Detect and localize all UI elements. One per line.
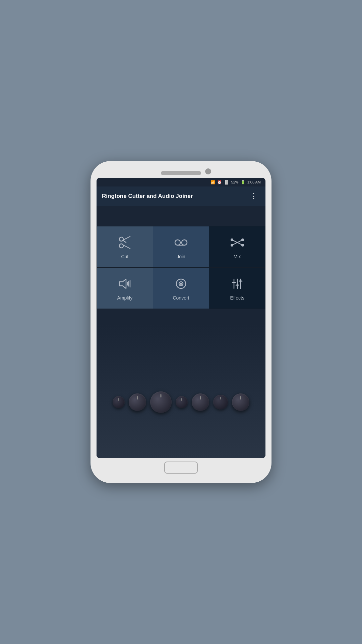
knob-group-4 bbox=[176, 396, 188, 408]
app-bar: Ringtone Cutter and Audio Joiner ⋮ bbox=[97, 186, 265, 206]
scissors-icon bbox=[117, 234, 133, 251]
effects-icon bbox=[229, 276, 245, 292]
battery-icon: 🔋 bbox=[241, 180, 245, 184]
mixer-visual bbox=[97, 309, 265, 458]
voicemail-icon bbox=[173, 234, 189, 251]
svg-point-12 bbox=[231, 244, 233, 246]
phone-screen: 📶 ⏰ ▐▌ 52% 🔋 1:06 AM Ringtone Cutter and… bbox=[97, 178, 265, 458]
mix-button[interactable]: Mix bbox=[209, 226, 265, 268]
knob-group-1 bbox=[113, 396, 125, 408]
convert-button[interactable]: Convert bbox=[153, 268, 209, 309]
alarm-icon: ⏰ bbox=[217, 180, 222, 184]
svg-line-4 bbox=[123, 240, 126, 243]
bluetooth-icon: 📶 bbox=[210, 180, 215, 184]
amplify-button[interactable]: Amplify bbox=[97, 268, 153, 309]
mix-label: Mix bbox=[234, 254, 241, 259]
knob-large-3 bbox=[192, 393, 209, 411]
mixer-board bbox=[97, 346, 265, 458]
phone-device: 📶 ⏰ ▐▌ 52% 🔋 1:06 AM Ringtone Cutter and… bbox=[90, 161, 272, 483]
status-bar: 📶 ⏰ ▐▌ 52% 🔋 1:06 AM bbox=[97, 178, 265, 186]
phone-speaker bbox=[161, 171, 201, 175]
time-display: 1:06 AM bbox=[247, 180, 261, 184]
battery-percent: 52% bbox=[231, 180, 239, 184]
svg-point-11 bbox=[242, 244, 244, 246]
knob-large-4 bbox=[232, 393, 249, 411]
amplify-icon bbox=[117, 276, 133, 292]
knob-large-2 bbox=[150, 391, 172, 413]
phone-camera bbox=[205, 168, 211, 174]
app-title: Ringtone Cutter and Audio Joiner bbox=[102, 193, 247, 200]
svg-point-6 bbox=[182, 240, 187, 245]
mix-icon bbox=[229, 234, 245, 251]
knob-large-1 bbox=[129, 393, 146, 411]
knob-group-6 bbox=[213, 395, 228, 410]
svg-line-2 bbox=[123, 236, 130, 240]
knob-group-7 bbox=[232, 393, 249, 411]
join-button[interactable]: Join bbox=[153, 226, 209, 268]
join-label: Join bbox=[177, 254, 185, 259]
convert-icon bbox=[173, 276, 189, 292]
svg-point-13 bbox=[242, 239, 244, 241]
function-grid: Cut Join bbox=[97, 226, 265, 309]
top-spacer bbox=[97, 206, 265, 226]
effects-label: Effects bbox=[230, 295, 244, 301]
svg-line-3 bbox=[123, 245, 130, 249]
knob-small-3 bbox=[213, 395, 228, 410]
svg-marker-14 bbox=[119, 279, 126, 288]
effects-button[interactable]: Effects bbox=[209, 268, 265, 309]
convert-label: Convert bbox=[173, 295, 189, 301]
cut-label: Cut bbox=[121, 254, 128, 259]
knob-small-1 bbox=[113, 396, 125, 408]
amplify-label: Amplify bbox=[117, 295, 132, 301]
knob-small-2 bbox=[176, 396, 188, 408]
svg-point-10 bbox=[231, 239, 233, 241]
svg-point-5 bbox=[175, 240, 180, 245]
svg-point-20 bbox=[180, 283, 182, 284]
more-menu-icon[interactable]: ⋮ bbox=[247, 191, 260, 202]
home-button[interactable] bbox=[164, 462, 198, 474]
signal-icon: ▐▌ bbox=[224, 180, 229, 184]
mixer-image-area bbox=[97, 309, 265, 458]
knob-group-2 bbox=[129, 393, 146, 411]
knob-group-3 bbox=[150, 391, 172, 413]
knob-group-5 bbox=[192, 393, 209, 411]
cut-button[interactable]: Cut bbox=[97, 226, 153, 268]
